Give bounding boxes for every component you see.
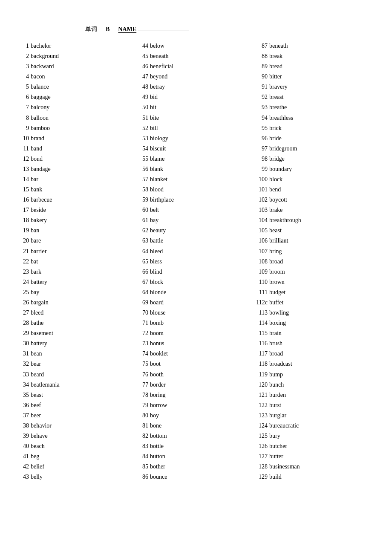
list-item: 112cbuffet	[256, 298, 375, 308]
word-text: bridegroom	[269, 144, 297, 154]
word-text: block	[269, 174, 282, 185]
word-number: 100	[256, 174, 268, 185]
word-text: burglar	[269, 410, 286, 421]
list-item: 121burden	[256, 390, 375, 400]
word-text: birthplace	[150, 195, 174, 205]
word-text: burst	[269, 400, 281, 410]
list-item: 83bottle	[136, 441, 256, 451]
word-text: booth	[150, 370, 164, 380]
list-item: 92breast	[256, 92, 375, 102]
list-item: 26bargain	[17, 298, 136, 308]
word-text: build	[269, 472, 282, 482]
word-text: breakthrough	[269, 215, 301, 225]
list-item: 71bomb	[136, 318, 256, 328]
list-item: 43belly	[17, 472, 136, 482]
word-number: 107	[256, 246, 268, 257]
word-number: 99	[256, 164, 268, 174]
list-item: 18bakery	[17, 215, 136, 225]
word-text: bachelor	[31, 41, 51, 51]
word-text: bunch	[269, 380, 284, 390]
list-item: 47beyond	[136, 72, 256, 82]
word-text: beyond	[150, 72, 167, 82]
word-text: bark	[31, 267, 41, 277]
word-number: 46	[136, 61, 148, 72]
word-number: 32	[17, 359, 29, 369]
word-text: bump	[269, 370, 283, 380]
list-item: 91bravery	[256, 82, 375, 92]
list-item: 93breathe	[256, 102, 375, 113]
word-number: 70	[136, 308, 148, 318]
list-item: 40beach	[17, 441, 136, 451]
word-text: beach	[31, 441, 45, 451]
word-number: 105	[256, 225, 268, 236]
word-number: 10	[17, 133, 29, 144]
word-text: bravery	[269, 82, 288, 92]
word-number: 31	[17, 349, 29, 359]
list-item: 66blind	[136, 267, 256, 277]
word-number: 129	[256, 472, 268, 482]
word-number: 50	[136, 102, 148, 113]
word-number: 11	[17, 144, 29, 154]
word-text: bowling	[269, 308, 289, 318]
word-number: 96	[256, 133, 268, 144]
word-number: 35	[17, 390, 29, 400]
word-text: bless	[150, 257, 162, 267]
word-number: 67	[136, 277, 148, 287]
list-item: 65bless	[136, 257, 256, 267]
list-item: 61bay	[136, 215, 256, 225]
word-number: 58	[136, 185, 148, 195]
word-text: bleed	[150, 246, 163, 257]
word-number: 4	[17, 72, 29, 82]
list-item: 82bottom	[136, 431, 256, 441]
list-item: 120bunch	[256, 380, 375, 390]
list-item: 80boy	[136, 410, 256, 421]
word-number: 68	[136, 287, 148, 298]
list-item: 52bill	[136, 123, 256, 133]
word-number: 22	[17, 257, 29, 267]
word-text: beard	[31, 370, 44, 380]
word-column-2: 44below45beneath46beneficial47beyond48be…	[136, 41, 256, 482]
list-item: 79borrow	[136, 400, 256, 410]
list-item: 39behave	[17, 431, 136, 441]
word-text: beneath	[150, 51, 169, 61]
word-text: belt	[150, 205, 159, 215]
list-item: 106brilliant	[256, 236, 375, 246]
word-text: buffet	[269, 298, 283, 308]
list-item: 20bare	[17, 236, 136, 246]
word-number: 103	[256, 205, 268, 215]
word-text: bread	[269, 61, 282, 72]
word-text: barbecue	[31, 195, 52, 205]
list-item: 41beg	[17, 451, 136, 462]
list-item: 9bamboo	[17, 123, 136, 133]
word-number: 76	[136, 370, 148, 380]
word-text: bar	[31, 174, 38, 185]
word-text: border	[150, 380, 166, 390]
list-item: 127butter	[256, 451, 375, 462]
word-text: bother	[150, 462, 165, 472]
list-item: 34beatlemania	[17, 380, 136, 390]
list-item: 124bureaucratic	[256, 421, 375, 431]
word-number: 12	[17, 154, 29, 164]
list-item: 46beneficial	[136, 61, 256, 72]
word-number: 55	[136, 154, 148, 164]
word-text: bare	[31, 236, 41, 246]
list-item: 32bear	[17, 359, 136, 369]
list-item: 97bridegroom	[256, 144, 375, 154]
word-number: 79	[136, 400, 148, 410]
list-item: 128businessman	[256, 462, 375, 472]
word-number: 28	[17, 318, 29, 328]
word-number: 64	[136, 246, 148, 257]
word-number: 7	[17, 102, 29, 113]
list-item: 122burst	[256, 400, 375, 410]
list-item: 108broad	[256, 257, 375, 267]
word-number: 14	[17, 174, 29, 185]
word-text: bear	[31, 359, 41, 369]
word-text: bay	[31, 287, 39, 298]
word-text: blanket	[150, 174, 167, 185]
word-number: 120	[256, 380, 268, 390]
word-number: 48	[136, 82, 148, 92]
list-item: 24battery	[17, 277, 136, 287]
word-text: bridge	[269, 154, 285, 164]
word-number: 108	[256, 257, 268, 267]
word-number: 109	[256, 267, 268, 277]
